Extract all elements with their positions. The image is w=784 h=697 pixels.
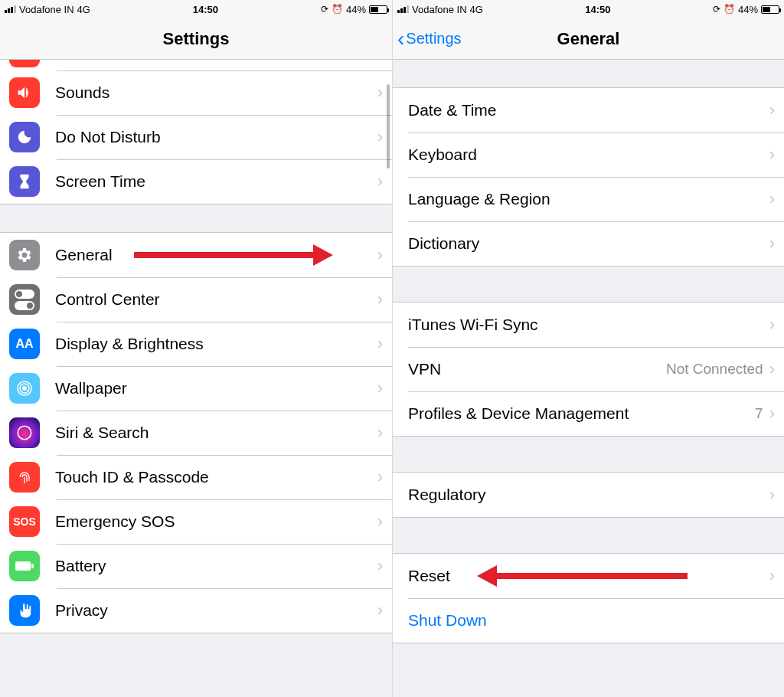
general-icon [9,240,40,270]
chevron-right-icon: › [769,234,775,254]
chevron-right-icon: › [377,334,383,354]
orientation-lock-icon: ⟳ [713,4,720,15]
chevron-right-icon: › [769,359,775,379]
row-label: Language & Region [408,190,769,208]
list-item-privacy[interactable]: Privacy › [0,588,392,633]
general-screen: Vodafone IN 4G 14:50 ⟳ ⏰ 44% ‹ Settings … [392,0,784,697]
svg-point-3 [18,426,31,439]
chevron-left-icon: ‹ [397,28,404,50]
list-item-siri[interactable]: Siri & Search › [0,411,392,455]
row-label: Privacy [55,601,377,620]
chevron-right-icon: › [377,512,383,532]
list-item-shutdown[interactable]: Shut Down [393,598,784,643]
chevron-right-icon: › [769,566,775,586]
chevron-right-icon: › [377,556,383,576]
battery-pct: 44% [346,4,366,15]
list-item-itunes-sync[interactable]: iTunes Wi-Fi Sync › [393,303,784,347]
network-label: 4G [470,4,483,15]
chevron-right-icon: › [377,600,383,620]
row-label: General [55,246,377,264]
chevron-right-icon: › [377,467,383,487]
list-item-vpn[interactable]: VPN Not Connected › [393,347,784,391]
carrier-label: Vodafone IN [412,4,467,15]
chevron-right-icon: › [377,378,383,398]
chevron-right-icon: › [377,172,383,191]
list-item[interactable] [0,60,392,70]
list-item-sos[interactable]: SOS Emergency SOS › [0,499,392,544]
list-item-controlcenter[interactable]: Control Center › [0,277,392,322]
list-item-touchid[interactable]: Touch ID & Passcode › [0,455,392,499]
row-label: Siri & Search [55,424,377,442]
chevron-right-icon: › [769,145,775,165]
controlcenter-icon [9,284,40,315]
general-header: ‹ Settings General [393,18,784,60]
alarm-icon: ⏰ [332,4,343,15]
battery-pct: 44% [738,4,758,15]
row-label: Battery [55,557,377,575]
chevron-right-icon: › [769,485,775,505]
chevron-right-icon: › [377,245,383,265]
row-label: Reset [408,567,769,585]
list-item-language[interactable]: Language & Region › [393,177,784,221]
row-label: Profiles & Device Management [408,404,755,423]
scrollbar[interactable] [387,84,390,169]
touchid-icon [9,462,40,492]
chevron-right-icon: › [377,290,383,309]
list-item-screentime[interactable]: Screen Time › [0,159,392,204]
list-item-battery[interactable]: Battery › [0,544,392,588]
wallpaper-icon [9,373,40,404]
clock: 14:50 [90,4,321,15]
battery-icon [9,551,40,581]
chevron-right-icon: › [769,315,775,335]
carrier-label: Vodafone IN [19,4,74,15]
page-title: Settings [0,29,392,49]
chevron-right-icon: › [377,423,383,443]
settings-screen: Vodafone IN 4G 14:50 ⟳ ⏰ 44% Settings [0,0,392,697]
clock: 14:50 [483,4,713,15]
display-icon: AA [9,329,40,359]
battery-icon [369,5,387,14]
list-item-display[interactable]: AA Display & Brightness › [0,322,392,366]
chevron-right-icon: › [377,127,383,147]
row-label: iTunes Wi-Fi Sync [408,316,769,334]
row-label: Keyboard [408,146,769,164]
signal-icon [5,5,16,13]
status-bar: Vodafone IN 4G 14:50 ⟳ ⏰ 44% [393,0,784,18]
list-item-keyboard[interactable]: Keyboard › [393,133,784,177]
list-item-datetime[interactable]: Date & Time › [393,88,784,133]
row-label: Touch ID & Passcode [55,468,377,486]
status-bar: Vodafone IN 4G 14:50 ⟳ ⏰ 44% [0,0,392,18]
list-item-wallpaper[interactable]: Wallpaper › [0,366,392,411]
chevron-right-icon: › [769,189,775,209]
row-detail: 7 [755,405,763,422]
siri-icon [9,417,40,448]
row-label: Shut Down [408,611,775,630]
row-label: Sounds [55,83,377,102]
list-item-sounds[interactable]: Sounds › [0,70,392,115]
orientation-lock-icon: ⟳ [321,4,328,15]
privacy-icon [9,595,40,626]
chevron-right-icon: › [769,404,775,424]
row-label: Control Center [55,290,377,309]
alarm-icon: ⏰ [724,4,735,15]
screentime-icon [9,166,40,197]
battery-icon [761,5,779,14]
sos-icon: SOS [9,506,40,537]
svg-rect-5 [31,564,34,568]
row-detail: Not Connected [666,361,763,378]
list-item-reset[interactable]: Reset › [393,554,784,598]
list-item-dnd[interactable]: Do Not Disturb › [0,115,392,159]
row-label: Dictionary [408,234,769,253]
svg-point-0 [22,386,27,391]
back-button[interactable]: ‹ Settings [393,28,462,50]
list-item-general[interactable]: General › [0,233,392,277]
network-label: 4G [77,4,90,15]
row-label: Emergency SOS [55,512,377,531]
row-label: Do Not Disturb [55,128,377,146]
row-label: Display & Brightness [55,335,377,353]
list-item-dictionary[interactable]: Dictionary › [393,221,784,266]
list-item-profiles[interactable]: Profiles & Device Management 7 › [393,391,784,436]
chevron-right-icon: › [769,100,775,120]
row-label: Date & Time [408,101,769,119]
list-item-regulatory[interactable]: Regulatory › [393,473,784,517]
